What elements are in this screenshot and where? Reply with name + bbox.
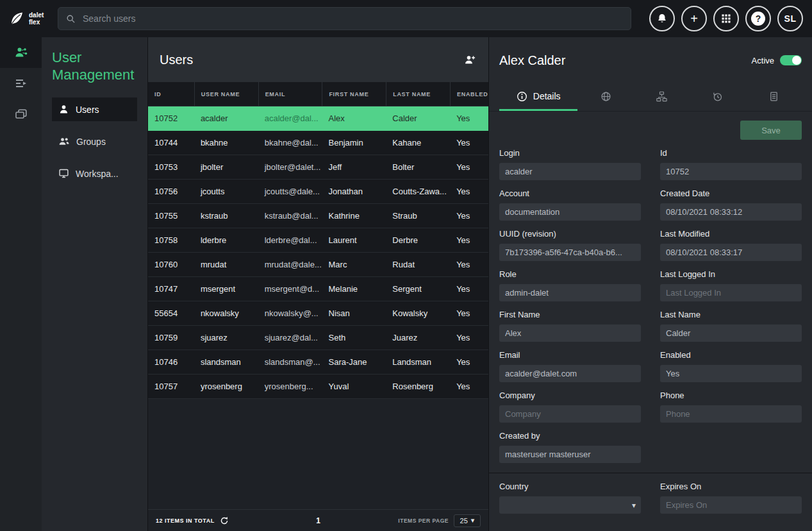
add-user-button[interactable] bbox=[464, 54, 477, 65]
form-field: Enabled bbox=[660, 350, 802, 382]
tab-metadata[interactable] bbox=[577, 83, 633, 111]
last-modified-input[interactable] bbox=[660, 244, 802, 261]
table-row[interactable]: 10752 acalder acalder@dal... Alex Calder… bbox=[148, 106, 488, 131]
column-header-last-name[interactable]: LAST NAME bbox=[386, 82, 450, 106]
dalet-flex-logo[interactable]: dalet flex bbox=[9, 11, 58, 26]
cell-user-name: acalder bbox=[194, 106, 258, 130]
tab-audit[interactable] bbox=[746, 83, 802, 111]
tab-hierarchy[interactable] bbox=[634, 83, 690, 111]
column-header-enabled[interactable]: ENABLED bbox=[450, 82, 488, 106]
form-field: Email bbox=[499, 350, 641, 382]
items-per-page-select[interactable]: 25▾ bbox=[454, 514, 481, 527]
table-row[interactable]: 10759 sjuarez sjuarez@dal... Seth Juarez… bbox=[148, 326, 488, 350]
country-select[interactable]: ▾ bbox=[499, 496, 641, 514]
empty-field bbox=[660, 431, 802, 463]
cell-id: 55654 bbox=[148, 301, 194, 325]
form-field: Last Name bbox=[660, 310, 802, 342]
form-field: UUID (revision) bbox=[499, 229, 641, 261]
main-area: User Management Users Groups Workspa... bbox=[0, 37, 812, 531]
table-row[interactable]: 10753 jbolter jbolter@dalet... Jeff Bolt… bbox=[148, 155, 488, 180]
field-label: Email bbox=[499, 350, 641, 360]
cell-enabled: Yes bbox=[450, 350, 488, 374]
apps-grid-icon bbox=[721, 13, 731, 24]
user-management-icon bbox=[14, 46, 28, 60]
rail-item-workflows[interactable] bbox=[0, 68, 42, 99]
form-divider bbox=[489, 473, 812, 473]
created-by-input[interactable] bbox=[499, 446, 641, 463]
notifications-button[interactable] bbox=[649, 6, 675, 31]
table-row[interactable]: 10747 msergent msergent@d... Melanie Ser… bbox=[148, 277, 488, 301]
field-label: Id bbox=[660, 148, 802, 158]
last-name-input[interactable] bbox=[660, 324, 802, 342]
cell-email: yrosenberg... bbox=[258, 375, 322, 398]
search-input[interactable] bbox=[83, 13, 623, 24]
cell-enabled: Yes bbox=[450, 106, 488, 130]
sidebar-item-workspaces[interactable]: Workspa... bbox=[52, 162, 137, 185]
form-field: Id bbox=[660, 148, 802, 180]
company-input[interactable] bbox=[499, 405, 641, 423]
active-toggle[interactable] bbox=[780, 55, 802, 65]
table-row[interactable]: 10746 slandsman slandsman@... Sara-Jane … bbox=[148, 350, 488, 375]
user-avatar[interactable]: SL bbox=[777, 6, 803, 31]
create-button[interactable]: + bbox=[681, 6, 707, 31]
last-logged-in-input[interactable] bbox=[660, 284, 802, 301]
first-name-input[interactable] bbox=[499, 324, 641, 342]
cell-last-name: Rudat bbox=[386, 253, 450, 276]
phone-input[interactable] bbox=[660, 405, 802, 423]
sidebar-item-label: Workspa... bbox=[76, 169, 119, 179]
role-input[interactable] bbox=[499, 284, 641, 301]
cell-enabled: Yes bbox=[450, 204, 488, 228]
cell-id: 10759 bbox=[148, 326, 194, 350]
workflows-icon bbox=[14, 76, 28, 90]
cell-first-name: Marc bbox=[322, 253, 386, 276]
table-row[interactable]: 10744 bkahne bkahne@dal... Benjamin Kaha… bbox=[148, 131, 488, 155]
cell-email: kstraub@dal... bbox=[258, 204, 322, 228]
expires-on-input[interactable] bbox=[660, 496, 802, 514]
table-row[interactable]: 10760 mrudat mrudat@dale... Marc Rudat Y… bbox=[148, 253, 488, 277]
cell-last-name: Derbre bbox=[386, 228, 450, 252]
logo-leaf-icon bbox=[9, 11, 24, 26]
column-header-id[interactable]: ID bbox=[148, 82, 194, 106]
table-row[interactable]: 55654 nkowalsky nkowalsky@... Nisan Kowa… bbox=[148, 301, 488, 326]
enabled-input[interactable] bbox=[660, 365, 802, 382]
cell-last-name: Sergent bbox=[386, 277, 450, 301]
field-label: Last Logged In bbox=[660, 269, 802, 279]
help-button[interactable]: ? bbox=[745, 6, 771, 31]
id-input[interactable] bbox=[660, 163, 802, 180]
email-input[interactable] bbox=[499, 365, 641, 382]
tab-details[interactable]: Details bbox=[499, 83, 577, 111]
table-row[interactable]: 10758 lderbre lderbre@dal... Laurent Der… bbox=[148, 228, 488, 253]
page-number[interactable]: 1 bbox=[316, 516, 320, 525]
created-date-input[interactable] bbox=[660, 203, 802, 221]
column-header-user-name[interactable]: USER NAME bbox=[194, 82, 258, 106]
field-label: Created by bbox=[499, 431, 641, 441]
field-label: Country bbox=[499, 482, 641, 491]
account-input[interactable] bbox=[499, 203, 641, 221]
history-icon bbox=[712, 91, 723, 102]
table-row[interactable]: 10755 kstraub kstraub@dal... Kathrine St… bbox=[148, 204, 488, 228]
cell-id: 10758 bbox=[148, 228, 194, 252]
login-input[interactable] bbox=[499, 163, 641, 180]
column-header-first-name[interactable]: FIRST NAME bbox=[322, 82, 386, 106]
sidebar-item-groups[interactable]: Groups bbox=[52, 130, 137, 153]
detail-form: Login Id Account Created Date UUID (revi… bbox=[499, 140, 802, 514]
users-table-header: ID USER NAME EMAIL FIRST NAME LAST NAME … bbox=[148, 82, 488, 106]
active-label: Active bbox=[752, 56, 774, 65]
cell-email: acalder@dal... bbox=[258, 106, 322, 130]
apps-button[interactable] bbox=[713, 6, 739, 31]
refresh-button[interactable] bbox=[220, 516, 229, 525]
detail-tabs: Details bbox=[489, 83, 812, 112]
tab-history[interactable] bbox=[690, 83, 745, 111]
cell-user-name: slandsman bbox=[194, 350, 258, 374]
uuid-revision--input[interactable] bbox=[499, 244, 641, 261]
sidebar-item-users[interactable]: Users bbox=[52, 97, 137, 121]
table-row[interactable]: 10757 yrosenberg yrosenberg... Yuval Ros… bbox=[148, 375, 488, 399]
toggle-knob bbox=[792, 56, 801, 65]
column-header-email[interactable]: EMAIL bbox=[258, 82, 322, 106]
rail-item-tags[interactable] bbox=[0, 99, 42, 130]
users-panel-header: Users bbox=[148, 37, 488, 82]
cell-enabled: Yes bbox=[450, 180, 488, 203]
save-button[interactable]: Save bbox=[740, 121, 802, 140]
table-row[interactable]: 10756 jcoutts jcoutts@dale... Jonathan C… bbox=[148, 180, 488, 204]
rail-item-user-management[interactable] bbox=[0, 37, 42, 68]
